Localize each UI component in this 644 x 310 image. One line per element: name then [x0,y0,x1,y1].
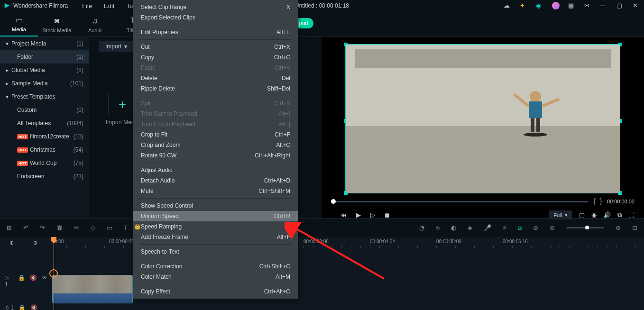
avatar-icon[interactable] [552,2,560,9]
context-menu-item[interactable]: Edit PropertiesAlt+E [133,27,298,37]
grid-icon[interactable]: ⊞ [7,224,12,231]
audio-track-header: ♫ 1 🔒 🔇 [0,301,644,310]
context-menu-item[interactable]: Uniform SpeedCtrl+R [133,211,298,221]
magnet-icon[interactable]: ⧈ [518,224,522,232]
context-menu-item[interactable]: 👑Speed Ramping [133,221,298,232]
context-menu-item[interactable]: MuteCtrl+Shift+M [133,186,298,196]
display-icon[interactable]: ▢ [579,211,585,219]
context-menu-item[interactable]: Adjust Audio [133,165,298,175]
zoom-slider[interactable] [566,227,604,228]
preview-video[interactable] [345,44,620,193]
menu-edit[interactable]: Edit [104,2,114,9]
bulb-icon[interactable]: ✦ [520,2,527,9]
link-icon[interactable]: ⊘ [533,224,538,231]
context-menu-item[interactable]: CutCtrl+X [133,42,298,52]
sidebar-item[interactable]: HOTChristmas(54) [0,143,89,156]
context-menu-item[interactable]: Export Selected Clips [133,12,298,23]
video-clip[interactable] [52,275,133,303]
scrub-track[interactable] [331,201,589,202]
context-menu-item[interactable]: Add Freeze FrameAlt+F [133,232,298,242]
sidebar-item[interactable]: Custom(0) [0,103,89,117]
sidebar-item[interactable]: HOTWorld Cup(75) [0,156,89,170]
sidebar-item[interactable]: Endscreen(23) [0,170,89,183]
context-menu-item[interactable]: Color CorrectionCtrl+Shift+C [133,261,298,272]
mute-icon[interactable]: 🔇 [30,274,37,288]
prev-frame-icon[interactable]: ⏮ [340,211,347,219]
context-menu-item[interactable]: Detach AudioCtrl+Alt+D [133,175,298,186]
sidebar-item[interactable]: ▾Preset Templates [0,90,89,103]
hide-icon[interactable]: 👁 [42,274,47,288]
sidebar-item[interactable]: Folder(1) [0,50,89,64]
lock-icon[interactable]: 🔒 [18,274,25,288]
maximize-icon[interactable]: ▢ [616,2,624,9]
context-menu-item[interactable]: Color MatchAlt+M [133,272,298,282]
mute-icon[interactable]: 🔇 [30,304,37,310]
headphones-icon[interactable]: ◉ [536,2,543,9]
volume-icon[interactable]: 🔊 [603,211,611,219]
stock-icon: ◙ [38,17,76,25]
text-icon[interactable]: T [124,224,128,231]
context-menu-item[interactable]: Copy EffectCtrl+Alt+C [133,286,298,297]
time-ruler[interactable]: 0:00 00:00:00:2000:00:03:0800:00:04:0400… [0,237,644,251]
context-menu-item[interactable]: Select Clip RangeX [133,2,298,12]
lock-icon[interactable]: 🔒 [18,304,26,310]
redo-icon[interactable]: ↷ [40,224,45,231]
undo-icon[interactable]: ↶ [23,224,28,231]
sidebar-item[interactable]: ▾Project Media(1) [0,37,89,50]
app-logo [4,2,10,9]
minimize-icon[interactable]: ─ [600,2,608,9]
sidebar-item[interactable]: HOTfilmora12create(10) [0,130,89,143]
sidebar-item[interactable]: ▸Global Media(8) [0,64,89,77]
context-menu-item[interactable]: Crop and ZoomAlt+C [133,140,298,150]
timeline: ⊕ ⊘ 0:00 00:00:00:2000:00:03:0800:00:04:… [0,237,644,310]
mark-out-icon[interactable]: } [600,197,602,206]
quality-select[interactable]: Full ▾ [549,210,572,219]
zoom-in-icon[interactable]: ⊕ [616,224,621,231]
context-menu: Select Clip RangeXExport Selected ClipsE… [133,0,298,299]
tag-icon[interactable]: ◇ [91,224,95,231]
context-menu-item[interactable]: Ripple DeleteShift+Del [133,83,298,94]
marker-icon[interactable]: ◈ [468,224,472,231]
render-icon[interactable]: ⎋ [436,224,440,231]
tab-media[interactable]: ▭ Media [0,16,38,36]
context-menu-item[interactable]: Crop to FitCtrl+F [133,129,298,140]
context-menu-item[interactable]: Speech-to-Text [133,246,298,257]
sidebar-item[interactable]: All Templates(1084) [0,117,89,130]
context-menu-item[interactable]: Rotate 90 CWCtrl+Alt+Right [133,150,298,161]
sidebar-item[interactable]: ▸Sample Media(101) [0,77,89,90]
delete-icon[interactable]: 🗑 [56,224,63,231]
mark-in-icon[interactable]: { [593,197,596,206]
media-icon: ▭ [0,16,38,24]
speed-icon[interactable]: ◔ [419,224,424,231]
crop-icon[interactable]: ▭ [107,224,112,231]
zoom-fit-icon[interactable]: ⊡ [632,224,637,231]
save-icon[interactable]: ▤ [568,2,576,9]
import-button[interactable]: Import ▾ [99,41,134,52]
menu-file[interactable]: File [82,2,92,9]
play-icon[interactable]: ▶ [356,211,361,219]
stop-icon[interactable]: ◼ [385,211,390,219]
voiceover-icon[interactable]: 🎤 [484,224,491,231]
color-icon[interactable]: ◐ [451,224,456,231]
document-title: Untitled : 00:00:01:18 [295,2,349,9]
next-icon[interactable]: ▷ [370,211,375,219]
timeline-toolbar: ⊞ ↶ ↷ 🗑 ✂ ◇ ▭ T ◔ ⎋ ◐ ◈ 🎤 ≡ ⧈ ⊘ ⊖ ⊕ ⊡ [0,218,644,237]
cloud-icon[interactable]: ☁ [504,2,511,9]
snapshot-icon[interactable]: ◉ [591,211,597,219]
app-name: Wondershare Filmora [13,2,68,9]
tab-stock-media[interactable]: ◙ Stock Media [38,17,76,36]
zoom-out-icon[interactable]: ⊖ [550,224,555,231]
tab-audio[interactable]: ♫ Audio [76,17,114,36]
context-menu-item[interactable]: DeleteDel [133,73,298,83]
context-menu-item[interactable]: Show Speed Control [133,201,298,211]
mixer-icon[interactable]: ≡ [503,224,506,231]
mail-icon[interactable]: ✉ [584,2,592,9]
context-menu-item[interactable]: CopyCtrl+C [133,52,298,63]
svg-rect-1 [346,126,620,193]
title-icons: ☁ ✦ ◉ ▤ ✉ ─ ▢ ✕ [504,2,640,9]
close-icon[interactable]: ✕ [633,2,640,9]
split-icon[interactable]: ✂ [74,224,79,231]
fullscreen-icon[interactable]: ⛶ [628,211,635,219]
scrubber: { } 00:00:00:00 [331,197,635,206]
undock-icon[interactable]: ⧉ [617,211,622,219]
